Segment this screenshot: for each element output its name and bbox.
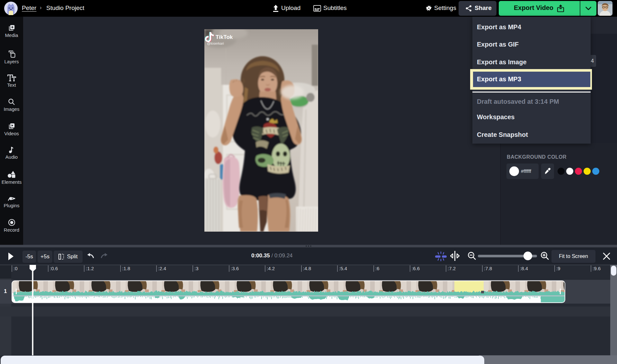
svg-text:@loserkari: @loserkari	[207, 41, 224, 45]
svg-text:TikTok: TikTok	[216, 34, 233, 40]
